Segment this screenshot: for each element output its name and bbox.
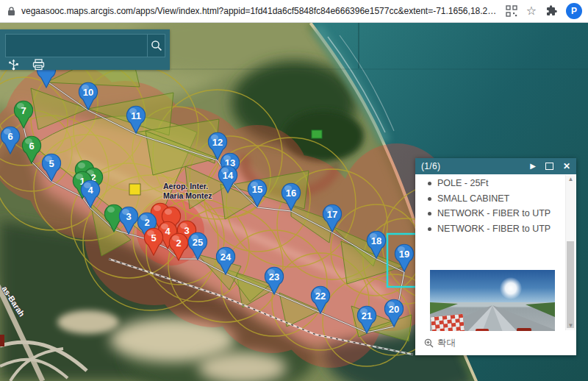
next-feature-icon[interactable]: ▶	[530, 163, 536, 170]
qr-grid-icon[interactable]	[506, 5, 517, 17]
svg-text:21: 21	[362, 310, 372, 321]
feature-popup: (1/6) ▶ ✕ POLE - 25Ft SMALL CABINET NETW…	[415, 158, 576, 355]
svg-text:10: 10	[83, 87, 93, 98]
svg-text:5: 5	[49, 158, 54, 169]
bookmark-star-icon[interactable]: ☆	[526, 5, 537, 17]
popup-content: POLE - 25Ft SMALL CABINET NETWORK - FIBE…	[415, 174, 566, 331]
url-text[interactable]: vegaasooc.maps.arcgis.com/apps/View/inde…	[21, 6, 499, 16]
search-input[interactable]	[6, 35, 147, 57]
yellow-square-marker[interactable]	[129, 184, 140, 195]
svg-text:6: 6	[7, 131, 12, 142]
svg-text:7: 7	[21, 105, 26, 116]
airport-label-line2: Maria Montez	[163, 191, 212, 200]
svg-text:3: 3	[184, 225, 189, 236]
svg-text:6: 6	[29, 140, 34, 152]
print-button[interactable]	[31, 59, 46, 71]
profile-avatar[interactable]: P	[566, 3, 582, 19]
popup-header: (1/6) ▶ ✕	[415, 158, 576, 174]
svg-text:24: 24	[220, 252, 232, 263]
svg-text:5: 5	[151, 232, 156, 243]
svg-text:4: 4	[165, 226, 171, 237]
list-item: SMALL CABINET	[437, 194, 566, 204]
svg-text:11: 11	[131, 110, 141, 121]
svg-text:2: 2	[176, 238, 181, 249]
search-button[interactable]	[147, 35, 165, 57]
svg-text:18: 18	[371, 235, 381, 246]
svg-text:22: 22	[315, 291, 326, 302]
close-icon[interactable]: ✕	[563, 162, 570, 171]
map-toolbar-panel	[0, 29, 170, 70]
popup-scrollbar[interactable]: ▲ ▼	[565, 175, 576, 330]
search-icon	[151, 40, 162, 51]
airport-label-line1: Aerop. Inter.	[163, 182, 208, 190]
search-box	[5, 34, 165, 57]
pano-checker-flag	[431, 314, 465, 331]
attribute-list: POLE - 25Ft SMALL CABINET NETWORK - FIBE…	[415, 179, 566, 234]
scroll-up-icon[interactable]: ▲	[566, 175, 576, 184]
svg-text:14: 14	[223, 170, 234, 181]
svg-text:17: 17	[327, 209, 337, 220]
green-rectangle-marker[interactable]	[312, 130, 322, 138]
svg-text:20: 20	[389, 304, 399, 315]
maximize-icon[interactable]	[545, 163, 553, 170]
share-button[interactable]	[6, 59, 21, 71]
svg-text:16: 16	[286, 188, 296, 199]
scrollbar-thumb[interactable]	[567, 241, 574, 328]
list-item: POLE - 25Ft	[437, 179, 566, 188]
zoom-label: 확대	[437, 337, 456, 349]
svg-text:2: 2	[144, 217, 149, 228]
list-item: NETWORK - FIBER to UTP	[437, 209, 566, 218]
svg-text:15: 15	[252, 184, 262, 195]
extension-puzzle-icon[interactable]	[545, 5, 557, 17]
svg-text:4: 4	[87, 185, 93, 196]
attachment-photo[interactable]	[430, 270, 555, 331]
svg-text:3: 3	[126, 211, 131, 222]
zoom-to-link[interactable]: 확대	[424, 337, 456, 349]
svg-text:12: 12	[212, 137, 223, 148]
popup-pager: (1/6)	[421, 161, 440, 171]
svg-text:23: 23	[269, 271, 279, 282]
svg-text:25: 25	[193, 237, 203, 248]
popup-footer: 확대	[415, 331, 576, 355]
browser-address-bar[interactable]: vegaasooc.maps.arcgis.com/apps/View/inde…	[0, 0, 588, 23]
print-icon	[32, 59, 45, 71]
scroll-down-icon[interactable]: ▼	[566, 321, 576, 330]
share-icon	[8, 59, 19, 71]
lock-icon	[7, 7, 15, 16]
zoom-in-icon	[424, 338, 434, 348]
svg-text:19: 19	[399, 249, 409, 260]
list-item: NETWORK - FIBER to UTP	[437, 224, 566, 234]
